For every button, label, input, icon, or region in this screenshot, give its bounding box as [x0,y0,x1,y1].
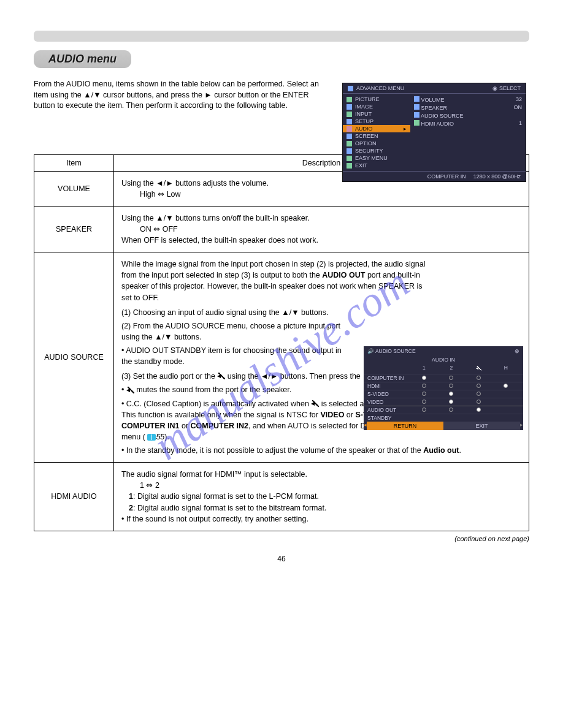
image-icon [347,104,352,110]
close-icon: ⊗ [515,348,519,354]
row-audiosource-label: AUDIO SOURCE [34,252,114,463]
as-row-standby: STANDBY [367,415,410,421]
intro-text: From the AUDIO menu, items shown in the … [34,79,328,112]
pill-title: AUDIO menu [34,50,131,68]
menu-item-exit: EXIT [355,162,367,169]
option-icon [347,141,352,146]
input-icon [347,112,352,117]
row-speaker-desc: Using the ▲/▼ buttons turns on/off the b… [114,206,529,252]
as-col-2: 2 [438,365,465,373]
menu-item-option: OPTION [355,140,377,146]
as-row-video: VIDEO [367,399,410,405]
audio-source-dialog: 🔊 AUDIO SOURCE⊗ AUDIO IN 1 2 H COMPUTER … [364,346,523,430]
hdmiaudio-icon [414,120,419,126]
setup-icon [347,119,352,124]
menu-ft-input: COMPUTER IN [427,173,466,180]
audio-menu-table: Item Description VOLUME Using the ◄/► bu… [34,154,529,531]
th-item: Item [34,154,114,171]
exit-icon [347,163,352,169]
speaker-icon [414,104,419,110]
row-hdmiaudio-desc: The audio signal format for HDMI™ input … [114,463,529,531]
return-button: RETURN [367,422,443,430]
menu-item-input: INPUT [355,111,372,117]
as-title: AUDIO SOURCE [375,348,416,354]
menu-ft-res: 1280 x 800 @60Hz [473,173,521,180]
mr-speaker-k: SPEAKER [421,105,448,111]
mr-volume-k: VOLUME [421,97,445,103]
menu-item-picture: PICTURE [355,96,380,102]
mr-hdmi-v: 1 [519,120,522,127]
select-indicator: ◉ [492,85,499,91]
mute-icon [126,387,134,395]
mr-hdmi-k: HDMI AUDIO [421,121,454,127]
mute-icon [311,400,319,408]
as-row-hdmi: HDMI [367,383,410,389]
menu-item-setup: SETUP [355,118,373,124]
mute-icon [476,366,481,371]
screen-icon [347,134,352,139]
row-volume-label: VOLUME [34,171,114,206]
section-bar [34,31,529,42]
mr-speaker-v: ON [514,104,523,111]
audiosrc-icon [414,112,419,118]
as-row-audioout: AUDIO OUT [367,407,410,413]
picture-icon [347,97,352,102]
volume-icon [414,96,419,102]
mr-volume-v: 32 [516,96,522,103]
menu-item-screen: SCREEN [355,133,378,139]
as-cols-label: AUDIO IN [364,356,523,363]
mute-icon [217,373,225,381]
security-icon [347,148,352,154]
page-number: 46 [34,555,529,563]
exit-button: EXIT [443,422,520,430]
menu-title: ADVANCED MENU [356,85,404,91]
mr-audiosrc-k: AUDIO SOURCE [421,113,464,119]
menu-item-easymenu: EASY MENU [355,155,388,161]
continued-note: (continued on next page) [34,535,529,542]
book-icon [147,434,156,441]
advanced-menu-screenshot: ADVANCED MENU ◉ SELECT PICTURE IMAGE INP… [342,83,526,182]
row-speaker-label: SPEAKER [34,206,114,252]
menu-icon [348,86,353,91]
menu-item-audio: AUDIO [355,126,373,132]
as-col-1: 1 [410,365,438,373]
menu-item-image: IMAGE [355,104,373,110]
as-row-computer: COMPUTER IN [367,375,410,381]
easymenu-icon [347,156,352,161]
as-row-svideo: S-VIDEO [367,391,410,397]
menu-item-security: SECURITY [355,148,383,154]
audio-icon [347,126,352,132]
as-col-h: H [492,365,520,373]
row-hdmiaudio-label: HDMI AUDIO [34,463,114,531]
select-label: SELECT [499,85,521,91]
